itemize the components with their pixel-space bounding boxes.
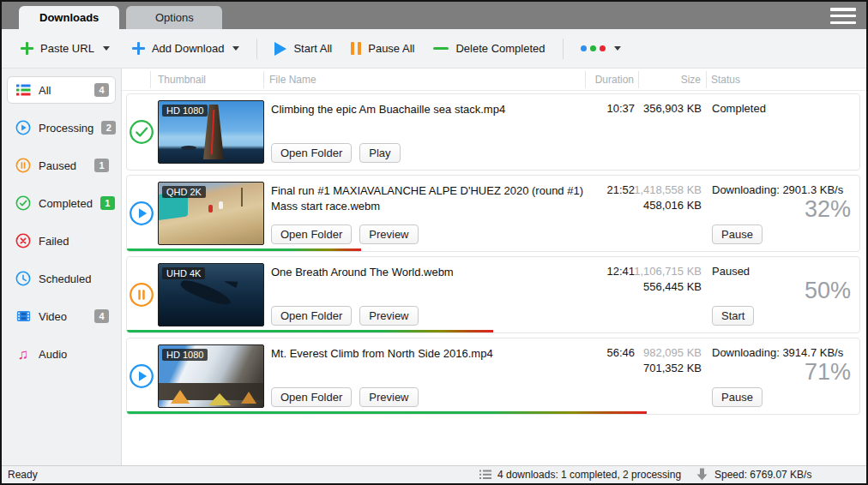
file-name: Mt. Everest Climb from North Side 2016.m… <box>271 346 603 362</box>
chevron-down-icon[interactable] <box>103 46 110 51</box>
hamburger-menu-icon[interactable] <box>830 8 856 24</box>
downloads-summary: 4 downloads: 1 completed, 2 processing <box>479 469 681 481</box>
sidebar-item-processing[interactable]: Processing 2 <box>7 114 116 141</box>
play-circle-icon <box>127 338 156 414</box>
status-value: Completed <box>712 102 766 115</box>
tab-downloads[interactable]: Downloads <box>19 6 119 29</box>
sidebar-item-label: Processing <box>39 122 93 135</box>
sidebar-item-label: Paused <box>39 159 87 172</box>
video-thumbnail[interactable]: HD 1080 <box>158 344 264 408</box>
tab-options[interactable]: Options <box>126 6 222 29</box>
open-folder-button[interactable]: Open Folder <box>271 306 352 326</box>
download-row[interactable]: UHD 4K One Breath Around The World.webm … <box>126 256 860 333</box>
downloads-list: Thumbnail File Name Duration Size Status… <box>122 69 866 465</box>
open-folder-button[interactable]: Open Folder <box>271 387 352 407</box>
sidebar-item-audio[interactable]: ♫ Audio <box>7 340 116 368</box>
size-total-value: 1,418,558 KB <box>623 183 702 196</box>
sidebar-item-label: Audio <box>39 348 109 361</box>
file-name: Final run #1 MAXIAVALANCHE ALPE D'HUEZ 2… <box>271 183 603 213</box>
size-downloaded-value: 556,445 KB <box>623 280 702 293</box>
download-row[interactable]: QHD 2K Final run #1 MAXIAVALANCHE ALPE D… <box>126 175 860 252</box>
size-downloaded-value: 701,352 KB <box>623 362 702 374</box>
size-value: 356,903 KB <box>623 102 702 115</box>
column-header-duration[interactable]: Duration <box>574 74 634 86</box>
preview-button[interactable]: Preview <box>359 306 418 326</box>
three-dots-icon <box>581 45 606 51</box>
column-header-thumbnail[interactable]: Thumbnail <box>158 74 206 86</box>
plus-icon <box>132 42 145 55</box>
status-value: Paused <box>712 265 750 278</box>
add-download-button[interactable]: Add Download <box>125 37 247 60</box>
preview-button[interactable]: Preview <box>359 387 418 407</box>
check-circle-icon <box>15 195 31 211</box>
pause-button[interactable]: Pause <box>712 225 763 244</box>
progress-bar <box>127 411 647 414</box>
add-download-label: Add Download <box>152 42 225 55</box>
preview-button[interactable]: Preview <box>359 225 418 244</box>
downloads-summary-text: 4 downloads: 1 completed, 2 processing <box>497 469 681 481</box>
size-total-value: 1,106,715 KB <box>623 265 702 278</box>
column-header-size[interactable]: Size <box>641 74 701 86</box>
progress-percent: 50% <box>805 278 851 304</box>
count-badge: 2 <box>101 121 116 135</box>
content-area: All 4 Processing 2 Paused 1 <box>2 69 866 465</box>
pause-all-button[interactable]: Pause All <box>344 37 421 60</box>
sidebar-item-all[interactable]: All 4 <box>7 76 116 104</box>
sidebar-item-label: Scheduled <box>39 272 109 285</box>
play-circle-icon <box>127 176 156 251</box>
paste-url-button[interactable]: Paste URL <box>14 37 117 60</box>
music-note-icon: ♫ <box>15 347 31 362</box>
quality-badge: UHD 4K <box>162 267 205 279</box>
toolbar-separator <box>563 39 564 59</box>
chevron-down-icon[interactable] <box>232 46 239 51</box>
sidebar-item-paused[interactable]: Paused 1 <box>7 152 116 179</box>
sidebar-item-label: Video <box>39 310 87 323</box>
size-downloaded-value: 458,016 KB <box>623 199 702 212</box>
sidebar-item-video[interactable]: Video 4 <box>7 302 116 330</box>
sidebar: All 4 Processing 2 Paused 1 <box>2 69 122 465</box>
progress-bar <box>127 330 493 332</box>
file-name: One Breath Around The World.webm <box>271 265 603 280</box>
speed-text: Speed: 6769.07 KB/s <box>714 469 811 481</box>
quality-badge: HD 1080 <box>162 349 208 361</box>
open-folder-button[interactable]: Open Folder <box>271 143 352 163</box>
status-ready-text: Ready <box>8 469 38 481</box>
toolbar-separator <box>256 39 257 59</box>
start-all-label: Start All <box>293 42 332 55</box>
play-button[interactable]: Play <box>359 143 400 163</box>
delete-completed-button[interactable]: Delete Completed <box>426 37 552 60</box>
quality-badge: QHD 2K <box>162 186 206 198</box>
start-all-button[interactable]: Start All <box>268 37 339 61</box>
progress-bar <box>127 248 361 251</box>
video-thumbnail[interactable]: QHD 2K <box>158 182 264 245</box>
open-folder-button[interactable]: Open Folder <box>271 225 352 244</box>
sidebar-item-failed[interactable]: Failed <box>7 227 116 254</box>
more-actions-button[interactable] <box>574 40 628 57</box>
progress-percent: 71% <box>805 359 851 386</box>
status-value: Downloading: 2901.3 KB/s <box>712 183 843 196</box>
arrow-down-icon <box>696 468 708 481</box>
play-icon <box>274 42 286 56</box>
pause-button[interactable]: Pause <box>712 387 763 407</box>
status-value: Downloading: 3914.7 KB/s <box>712 346 843 359</box>
progress-percent: 32% <box>805 196 851 223</box>
paste-url-label: Paste URL <box>40 42 94 55</box>
app-window: Downloads Options Paste URL Add Download… <box>0 0 868 485</box>
start-button[interactable]: Start <box>712 306 754 326</box>
speed-indicator: Speed: 6769.07 KB/s <box>696 468 811 481</box>
minus-icon <box>433 47 449 50</box>
column-header-file-name[interactable]: File Name <box>269 74 316 86</box>
sidebar-item-completed[interactable]: Completed 1 <box>7 189 116 217</box>
sidebar-item-label: All <box>39 84 87 97</box>
video-thumbnail[interactable]: UHD 4K <box>158 263 264 326</box>
column-header-status[interactable]: Status <box>711 74 740 86</box>
film-icon <box>15 309 31 323</box>
pause-circle-icon <box>127 257 156 332</box>
delete-completed-label: Delete Completed <box>455 42 545 55</box>
sidebar-item-scheduled[interactable]: Scheduled <box>7 265 116 292</box>
rows-container: HD 1080 Climbing the epic Am Buachaille … <box>122 91 866 465</box>
download-row[interactable]: HD 1080 Climbing the epic Am Buachaille … <box>126 93 860 171</box>
video-thumbnail[interactable]: HD 1080 <box>158 100 264 164</box>
download-row[interactable]: HD 1080 Mt. Everest Climb from North Sid… <box>126 338 860 415</box>
pause-icon <box>351 42 361 55</box>
